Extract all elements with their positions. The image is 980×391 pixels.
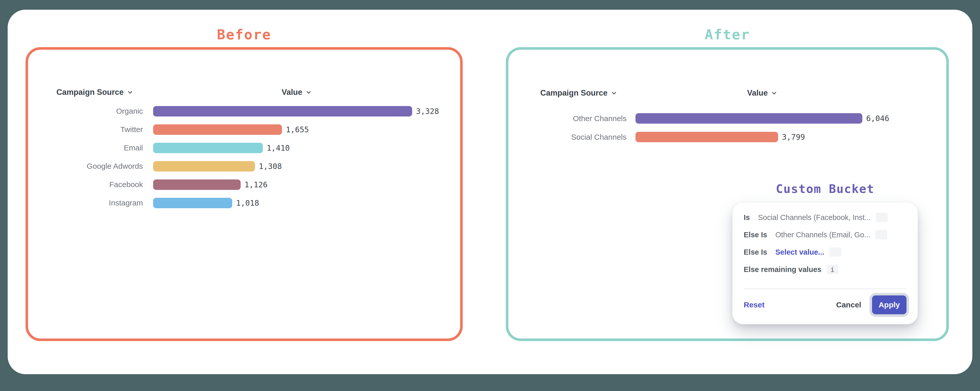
custom-bucket-title: Custom Bucket [732, 182, 918, 196]
chevron-down-icon [305, 89, 312, 96]
before-bar-chart: Organic 3,328 Twitter 1,655 Email 1,410 … [66, 102, 439, 212]
before-dimension-header-label: Campaign Source [56, 88, 124, 97]
value-label: 1,018 [236, 199, 259, 207]
bucket-condition-prefix: Is [744, 213, 750, 222]
bucket-condition-value[interactable]: Other Channels (Email, Go... [775, 231, 870, 239]
value-bar[interactable] [153, 124, 282, 135]
value-label: 6,046 [866, 114, 889, 123]
chart-row: Email 1,410 [66, 139, 439, 157]
value-label: 1,410 [267, 144, 290, 152]
before-title: Before [25, 27, 463, 42]
cancel-button[interactable]: Cancel [836, 301, 861, 309]
after-dimension-header[interactable]: Campaign Source [540, 88, 617, 98]
after-title: After [506, 27, 949, 42]
info-icon[interactable]: i [827, 265, 838, 274]
bucket-condition-row: Else Is Other Channels (Email, Go... [744, 230, 910, 239]
custom-bucket-dialog: Is Social Channels (Facebook, Inst... El… [732, 203, 918, 324]
bucket-condition-value[interactable]: Social Channels (Facebook, Inst... [758, 213, 871, 222]
chart-row: Facebook 1,126 [66, 176, 439, 194]
chart-row: Instagram 1,018 [66, 194, 439, 212]
value-bar[interactable] [635, 113, 862, 123]
chart-row: Other Channels 6,046 [545, 109, 889, 128]
before-measure-header-label: Value [282, 88, 302, 97]
after-bar-chart: Other Channels 6,046 Social Channels 3,7… [545, 109, 889, 146]
apply-button[interactable]: Apply [872, 295, 907, 314]
info-icon[interactable] [876, 213, 888, 222]
chevron-down-icon [127, 89, 134, 96]
chart-row: Google Adwords 1,308 [66, 157, 439, 176]
chart-row: Social Channels 3,799 [545, 128, 889, 146]
value-label: 3,328 [416, 107, 439, 116]
info-icon[interactable] [875, 230, 887, 239]
bucket-condition-value[interactable]: Select value... [775, 248, 824, 256]
category-label: Email [66, 144, 143, 152]
value-label: 1,655 [286, 125, 309, 134]
after-measure-header[interactable]: Value [747, 88, 778, 98]
chart-row: Twitter 1,655 [66, 120, 439, 139]
category-label: Instagram [66, 199, 143, 207]
value-label: 1,126 [245, 180, 267, 189]
after-measure-header-label: Value [747, 89, 768, 98]
bucket-condition-prefix: Else Is [744, 248, 767, 256]
category-label: Other Channels [545, 114, 627, 123]
value-bar[interactable] [635, 132, 778, 142]
reset-button[interactable]: Reset [744, 301, 765, 309]
bucket-condition-row: Else remaining values i [744, 265, 910, 274]
before-dimension-header[interactable]: Campaign Source [56, 87, 134, 97]
category-label: Organic [66, 107, 143, 116]
value-bar[interactable] [153, 179, 241, 190]
value-label: 3,799 [782, 133, 805, 141]
bucket-condition-row: Else Is Select value... [744, 247, 910, 256]
page-background: { "page": { "background": "#4A6468", "ca… [0, 0, 980, 391]
value-bar[interactable] [153, 161, 255, 171]
category-label: Social Channels [545, 133, 627, 141]
dialog-footer: Reset Cancel Apply [744, 294, 907, 316]
chevron-down-icon [611, 90, 617, 97]
bucket-condition-prefix: Else Is [744, 231, 767, 239]
category-label: Google Adwords [66, 162, 143, 171]
before-measure-header[interactable]: Value [282, 87, 312, 97]
bucket-condition-row: Is Social Channels (Facebook, Inst... [744, 213, 910, 222]
value-bar[interactable] [153, 143, 263, 153]
chart-row: Organic 3,328 [66, 102, 439, 120]
bucket-condition-prefix: Else remaining values [744, 265, 821, 274]
value-bar[interactable] [153, 106, 412, 117]
chevron-down-icon [771, 90, 778, 97]
after-dimension-header-label: Campaign Source [540, 89, 608, 98]
category-label: Facebook [66, 180, 143, 189]
dialog-divider [744, 288, 907, 289]
category-label: Twitter [66, 125, 143, 134]
value-bar[interactable] [153, 198, 232, 208]
value-label: 1,308 [259, 162, 282, 171]
info-icon[interactable] [829, 247, 841, 256]
